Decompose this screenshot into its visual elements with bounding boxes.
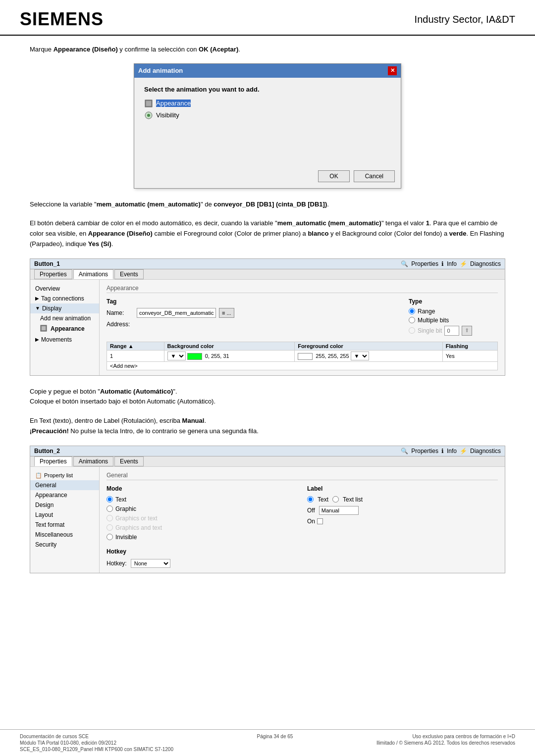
panel2-hotkey-select[interactable]: None	[131, 559, 170, 568]
panel2-label-text-radio[interactable]	[307, 496, 314, 503]
dialog-close-button[interactable]: ✕	[388, 66, 397, 75]
panel1-tag-title: Tag	[107, 298, 399, 305]
panel2-mode-invisible-radio[interactable]	[107, 534, 113, 540]
panel1-fgcolor-select[interactable]: ▼	[351, 352, 369, 360]
panel2-mode-invisible-label: Invisible	[115, 534, 137, 541]
dialog-ok-button[interactable]: OK	[318, 170, 349, 182]
panel1-left-nav: Overview ▶ Tag connections ▼ Display Add…	[30, 280, 100, 375]
panel2-nav-general[interactable]: General	[30, 480, 99, 490]
intro-text-before: Marque	[30, 46, 54, 53]
dialog-item-visibility[interactable]: Visibility	[144, 111, 391, 120]
panel2-label-off-input[interactable]	[319, 506, 359, 515]
panel1-tab-diagnostics[interactable]: Diagnostics	[470, 260, 501, 267]
panel2-subtab-events[interactable]: Events	[114, 456, 144, 466]
footer-center: Página 34 de 65	[257, 734, 293, 739]
panel1-col-bgcolor: Background color	[164, 342, 295, 350]
panel2-nav-layout[interactable]: Layout	[30, 510, 99, 520]
para2-bold6: Yes (Sí)	[88, 240, 111, 248]
panel1-name-input[interactable]	[137, 308, 216, 318]
intro-bold2: OK (Aceptar)	[199, 46, 238, 53]
svg-rect-1	[146, 101, 151, 106]
panel1-fgcolor-swatch	[298, 353, 313, 360]
panel1-nav-overview-label: Overview	[35, 285, 60, 292]
panel2-top-tabs: 🔍 Properties ℹ Info ⚡ Diagnostics	[401, 448, 501, 454]
panel2-nav-text-format[interactable]: Text format	[30, 520, 99, 530]
panel2-mode-invisible[interactable]: Invisible	[107, 534, 297, 541]
panel1-radio-range[interactable]: Range	[409, 308, 498, 315]
panel1-section-label: Appearance	[107, 285, 498, 293]
dialog-item-appearance[interactable]: Appearance	[144, 99, 391, 108]
panel2-mode-graphic-radio[interactable]	[107, 505, 113, 512]
panel2-mode-text-radio[interactable]	[107, 496, 113, 503]
panel1-col-right: Type Range Multiple bits S	[409, 298, 498, 338]
panel1-nav-tag-connections[interactable]: ▶ Tag connections	[30, 294, 99, 303]
panel1-radio-singlebit-label: Single bit	[418, 327, 442, 334]
panel2-inner: 📋 Property list General Appearance Desig…	[30, 467, 505, 573]
panel1-nav-overview[interactable]: Overview	[30, 284, 99, 294]
para1-text2: " de	[201, 201, 214, 208]
button2-properties-panel: Button_2 🔍 Properties ℹ Info ⚡ Diagnosti…	[30, 446, 505, 573]
panel1-nav-appearance-icon	[40, 325, 47, 333]
panel1-row1-fgcolor[interactable]: 255, 255, 255 ▼	[295, 350, 443, 361]
panel1-add-new[interactable]: <Add new>	[107, 361, 498, 370]
para1: Seleccione la variable "mem_automatic (m…	[30, 200, 505, 210]
panel2-mode-text[interactable]: Text	[107, 496, 297, 503]
intro-text-end: .	[238, 46, 240, 53]
panel2-tab-properties[interactable]: Properties	[411, 448, 438, 454]
panel1-inner: Overview ▶ Tag connections ▼ Display Add…	[30, 280, 505, 375]
panel1-subtab-properties[interactable]: Properties	[34, 269, 72, 279]
panel2-tab-diagnostics[interactable]: Diagnostics	[470, 448, 501, 454]
panel1-tab-diag-icon: ⚡	[460, 260, 467, 267]
panel2-label-on-checkbox[interactable]	[317, 518, 323, 524]
dialog-cancel-button[interactable]: Cancel	[354, 170, 395, 182]
panel2-subtab-animations[interactable]: Animations	[73, 456, 113, 466]
svg-rect-5	[42, 326, 46, 330]
panel2-label-textlist-radio[interactable]	[332, 496, 339, 503]
panel1-tab-info[interactable]: Info	[447, 260, 457, 267]
panel2-label-title: Label	[307, 485, 498, 492]
copy-paste-line2: Coloque el botón insertado bajo el botón…	[30, 398, 215, 405]
panel2-nav-appearance[interactable]: Appearance	[30, 490, 99, 500]
page-header: SIEMENS Industry Sector, IA&DT	[0, 0, 535, 36]
table-row-add[interactable]: <Add new>	[107, 361, 498, 370]
panel1-type-title: Type	[409, 298, 498, 305]
dialog-subtitle: Select the animation you want to add.	[144, 86, 391, 93]
panel1-tab-properties[interactable]: Properties	[411, 260, 438, 267]
panel2-tab-info[interactable]: Info	[447, 448, 457, 454]
panel1-row1-range[interactable]: 1	[107, 350, 164, 361]
panel1-nav-appearance[interactable]: Appearance	[30, 323, 99, 335]
label-para: En Text (texto), dentro de Label (Rotula…	[30, 416, 505, 437]
panel1-col-fgcolor: Foreground color	[295, 342, 443, 350]
panel1-tag-browse-button[interactable]: ≡ ...	[219, 308, 234, 318]
panel1-name-label: Name:	[107, 309, 134, 316]
siemens-logo: SIEMENS	[20, 9, 104, 30]
panel1-nav-display[interactable]: ▼ Display	[30, 303, 99, 313]
panel1-bgcolor-select[interactable]: ▼	[167, 352, 186, 360]
panel1-nav-movements-arrow: ▶	[35, 337, 39, 342]
panel1-row1-bgcolor[interactable]: ▼ 0, 255, 31	[164, 350, 295, 361]
panel2-nav-proplist-icon: 📋	[35, 472, 42, 479]
panel1-nav-add-animation[interactable]: Add new animation	[30, 313, 99, 323]
panel2-nav-design[interactable]: Design	[30, 500, 99, 510]
footer-right-line1: Uso exclusivo para centros de formación …	[376, 734, 515, 739]
panel1-row1-flashing[interactable]: Yes	[442, 350, 497, 361]
panel2-nav-security[interactable]: Security	[30, 540, 99, 550]
panel1-singlebit-spin: ⬆	[462, 326, 472, 336]
panel2-mode-graphic[interactable]: Graphic	[107, 505, 297, 512]
panel1-radio-multibits[interactable]: Multiple bits	[409, 317, 498, 324]
panel2-subtab-properties[interactable]: Properties	[34, 456, 72, 466]
panel1-radio-multibits-input[interactable]	[409, 317, 415, 323]
panel1-subtab-animations[interactable]: Animations	[73, 269, 113, 279]
panel2-left-nav: 📋 Property list General Appearance Desig…	[30, 467, 100, 573]
panel1-tab-info-icon: ℹ	[441, 260, 444, 267]
panel2-label-on-row: On	[307, 518, 498, 525]
panel1-subtab-events[interactable]: Events	[114, 269, 144, 279]
panel1-radio-range-input[interactable]	[409, 308, 415, 314]
panel2-nav-misc[interactable]: Miscellaneous	[30, 530, 99, 540]
button1-properties-panel: Button_1 🔍 Properties ℹ Info ⚡ Diagnosti…	[30, 258, 505, 376]
panel1-address-label: Address:	[107, 321, 134, 328]
panel1-nav-movements[interactable]: ▶ Movements	[30, 335, 99, 345]
panel2-nav-property-list[interactable]: 📋 Property list	[30, 471, 99, 480]
para1-bold1: mem_automatic (mem_automatic)	[97, 201, 201, 208]
panel1-title: Button_1	[34, 260, 60, 267]
